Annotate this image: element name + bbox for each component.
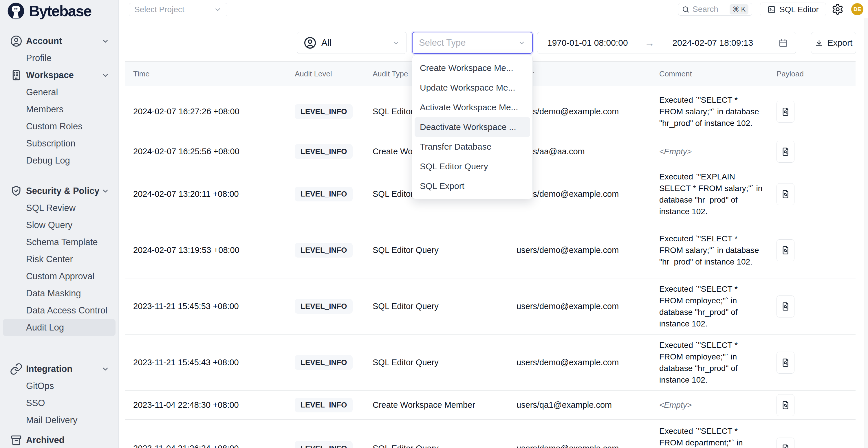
date-to-value: 2024-02-07 18:09:13 [673, 38, 753, 48]
cell-actor: users/demo@example.com [517, 301, 659, 311]
download-icon [815, 38, 824, 47]
file-search-icon [780, 400, 791, 410]
cell-audit-type: SQL Editor Query [373, 301, 517, 311]
brand-wordmark: Bytebase [29, 2, 91, 20]
sidebar-item-members[interactable]: Members [3, 101, 116, 118]
cell-comment: <Empty> [659, 399, 774, 411]
scrollbar[interactable] [865, 18, 868, 448]
sidebar-group-archived[interactable]: Archived [0, 431, 118, 448]
sidebar-item-schema-template[interactable]: Schema Template [3, 233, 116, 251]
export-button[interactable]: Export [811, 32, 856, 54]
sidebar-group-security-policy[interactable]: Security & Policy [0, 182, 118, 199]
cell-comment: Executed `"EXPLAIN SELECT * FROM salary;… [659, 171, 774, 217]
payload-view-button[interactable] [776, 394, 795, 416]
audit-level-badge: LEVEL_INFO [295, 441, 353, 448]
chevron-down-icon [101, 71, 110, 79]
avatar[interactable]: DE [851, 3, 863, 15]
cell-audit-level: LEVEL_INFO [295, 398, 373, 412]
project-select[interactable]: Select Project [129, 3, 227, 16]
date-from-value: 1970-01-01 08:00:00 [547, 38, 628, 48]
table-row: 2024-02-07 13:19:53 +08:00 LEVEL_INFO SQ… [125, 222, 856, 279]
audit-level-badge: LEVEL_INFO [295, 243, 353, 258]
payload-view-button[interactable] [776, 101, 795, 123]
audit-level-badge: LEVEL_INFO [295, 144, 353, 159]
file-search-icon [780, 147, 791, 157]
table-row: 2023-11-21 15:45:43 +08:00 LEVEL_INFO SQ… [125, 334, 856, 391]
cell-audit-type: Create Workspace Member [373, 400, 517, 410]
sidebar-item-profile[interactable]: Profile [3, 50, 116, 67]
sidebar-group-account[interactable]: Account [0, 32, 118, 50]
sidebar-item-subscription[interactable]: Subscription [3, 135, 116, 152]
search-shortcut-badge: ⌘ K [730, 4, 748, 14]
type-dropdown-option[interactable]: Transfer Database [414, 137, 530, 157]
payload-view-button[interactable] [776, 183, 795, 205]
sidebar-nav: Account Profile Workspace GeneralMembers… [0, 32, 118, 448]
audit-level-badge: LEVEL_INFO [295, 187, 353, 201]
cell-comment: <Empty> [659, 146, 774, 157]
cell-comment: Executed `"SELECT * FROM department;"` i… [659, 425, 774, 448]
cell-audit-level: LEVEL_INFO [295, 441, 373, 448]
payload-view-button[interactable] [776, 352, 795, 374]
cell-comment: Executed `"SELECT * FROM salary;"` in da… [659, 94, 774, 129]
type-dropdown-option[interactable]: Update Workspace Me... [414, 78, 530, 98]
sidebar-item-sso[interactable]: SSO [3, 394, 116, 412]
sidebar-item-general[interactable]: General [3, 84, 116, 101]
sidebar-item-gitops[interactable]: GitOps [3, 377, 116, 394]
payload-view-button[interactable] [776, 295, 795, 318]
cell-comment: Executed `"SELECT * FROM employee;"` in … [659, 340, 774, 386]
terminal-icon [767, 5, 776, 14]
cell-audit-level: LEVEL_INFO [295, 243, 373, 258]
type-dropdown-option[interactable]: Create Workspace Me... [414, 58, 530, 78]
type-dropdown-option[interactable]: Activate Workspace Me... [414, 98, 530, 117]
sidebar-item-slow-query[interactable]: Slow Query [3, 217, 116, 233]
cell-audit-level: LEVEL_INFO [295, 355, 373, 370]
cell-time: 2023-11-04 21:26:24 +08:00 [125, 444, 295, 448]
gear-icon[interactable] [832, 3, 844, 15]
user-circle-icon [303, 36, 317, 50]
type-dropdown-option[interactable]: SQL Editor Query [414, 157, 530, 176]
sidebar-item-custom-approval[interactable]: Custom Approval [3, 268, 116, 285]
sidebar-item-custom-roles[interactable]: Custom Roles [3, 118, 116, 135]
audit-level-badge: LEVEL_INFO [295, 355, 353, 370]
actor-filter-select[interactable]: All [297, 32, 407, 54]
sidebar-item-risk-center[interactable]: Risk Center [3, 251, 116, 268]
cell-audit-type: SQL Editor Query [373, 444, 517, 448]
date-range-picker[interactable]: 1970-01-01 08:00:00 → 2024-02-07 18:09:1… [537, 32, 796, 54]
cell-time: 2024-02-07 13:19:53 +08:00 [125, 246, 295, 255]
cell-audit-type: SQL Editor Query [373, 358, 517, 367]
sidebar-item-debug-log[interactable]: Debug Log [3, 152, 116, 169]
cell-actor: users/demo@example.com [517, 107, 659, 116]
sidebar-item-mail-delivery[interactable]: Mail Delivery [3, 412, 116, 428]
shield-check-icon [10, 185, 23, 197]
file-search-icon [780, 443, 791, 448]
bytebase-mascot-icon [7, 2, 25, 20]
sidebar-group-workspace[interactable]: Workspace [0, 67, 118, 84]
bytebase-logo[interactable]: Bytebase [7, 2, 91, 20]
sidebar-group-integration[interactable]: Integration [0, 360, 118, 377]
payload-view-button[interactable] [776, 438, 795, 448]
payload-view-button[interactable] [776, 141, 795, 163]
type-filter-select[interactable]: Select Type [412, 32, 533, 54]
type-dropdown-option[interactable]: Deactivate Workspace ... [414, 117, 530, 137]
topbar: Select Project Search ⌘ K SQL Editor DE [119, 0, 868, 18]
cell-time: 2024-02-07 16:25:56 +08:00 [125, 147, 295, 156]
search-input[interactable]: Search ⌘ K [678, 3, 752, 15]
file-search-icon [780, 189, 791, 199]
col-header-payload: Payload [774, 69, 847, 78]
payload-view-button[interactable] [776, 239, 795, 261]
sidebar-item-sql-review[interactable]: SQL Review [3, 199, 116, 217]
sql-editor-button[interactable]: SQL Editor [760, 3, 826, 16]
col-header-actor: Actor [517, 69, 659, 78]
export-label: Export [828, 38, 852, 48]
file-search-icon [780, 357, 791, 368]
col-header-time: Time [125, 69, 295, 78]
sidebar-item-audit-log[interactable]: Audit Log [3, 319, 116, 336]
cell-time: 2023-11-21 15:45:53 +08:00 [125, 301, 295, 311]
type-dropdown-option[interactable]: SQL Export [414, 176, 530, 196]
col-header-comment: Comment [659, 69, 774, 78]
cell-audit-type: SQL Editor Query [373, 246, 517, 255]
sidebar-item-data-access-control[interactable]: Data Access Control [3, 302, 116, 319]
cell-actor: users/demo@example.com [517, 444, 659, 448]
cell-actor: users/aa@aa.com [517, 147, 659, 156]
sidebar-item-data-masking[interactable]: Data Masking [3, 285, 116, 302]
